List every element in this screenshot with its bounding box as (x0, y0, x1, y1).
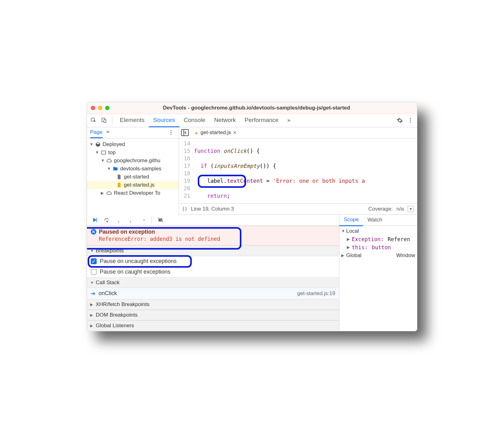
navigator-kebab-icon[interactable] (166, 128, 176, 137)
svg-rect-9 (101, 151, 106, 154)
divider (151, 216, 152, 224)
deployed-cube-icon (95, 142, 101, 147)
tree-top[interactable]: top (87, 148, 179, 157)
scope-this[interactable]: this: button (341, 243, 415, 251)
expand-icon[interactable] (347, 245, 351, 250)
settings-gear-icon[interactable] (395, 116, 405, 125)
window-title: DevTools - googlechrome.github.io/devtoo… (112, 105, 401, 111)
tabs-overflow-icon[interactable]: » (283, 114, 295, 127)
tab-network[interactable]: Network (210, 114, 240, 127)
line-number: 14 (179, 140, 190, 147)
panel-tabs: Elements Sources Console Network Perform… (115, 114, 295, 127)
expand-icon[interactable] (90, 249, 94, 253)
editor-statusbar: {} Line 19, Column 3 Coverage: n/a ▼ (179, 203, 417, 215)
expand-icon[interactable] (341, 253, 345, 258)
section-xhr[interactable]: XHR/fetch Breakpoints (87, 299, 339, 310)
section-label: Global Listeners (96, 323, 134, 329)
section-breakpoints[interactable]: Breakpoints (87, 246, 339, 256)
checkbox-pause-caught[interactable] (91, 269, 97, 275)
expand-icon[interactable] (90, 324, 94, 328)
paused-title: Paused on exception (99, 229, 155, 235)
step-button[interactable] (138, 215, 147, 225)
file-tree: Deployed top googlechrome.githu devtools… (87, 139, 179, 199)
line-number: 21 (179, 192, 190, 200)
step-into-button[interactable] (114, 215, 123, 225)
scope-exception[interactable]: Exception: Referen (341, 235, 415, 243)
scope-value: button (372, 244, 391, 251)
inspect-element-icon[interactable] (89, 116, 98, 125)
expand-icon[interactable] (341, 229, 345, 233)
tab-elements[interactable]: Elements (115, 114, 149, 127)
pause-caught-row[interactable]: Pause on caught exceptions (87, 267, 339, 277)
navigator-tab-overflow[interactable]: » (106, 129, 109, 137)
section-label: XHR/fetch Breakpoints (96, 301, 149, 308)
section-callstack[interactable]: Call Stack (87, 277, 339, 288)
expand-icon[interactable] (90, 302, 94, 307)
file-tab-getstarted[interactable]: ▲ get-started.js × (191, 127, 240, 139)
tree-file-html[interactable]: get-started (87, 173, 179, 181)
line-number: 20 (179, 185, 190, 192)
traffic-light-zoom[interactable] (105, 106, 109, 110)
checkbox-pause-uncaught[interactable]: ✓ (91, 258, 97, 264)
code-editor[interactable]: 14 15 16 17 18 19 20 21 function onClick… (179, 139, 417, 203)
svg-point-3 (410, 118, 411, 119)
code-lines: function onClick() { if (inputsAreEmpty(… (194, 140, 417, 203)
debugger-left: ✕ Paused on exception ReferenceError: ad… (87, 215, 339, 331)
navigator-tab-page[interactable]: Page (90, 129, 103, 138)
expand-icon[interactable] (107, 166, 111, 171)
kebab-menu-icon[interactable] (406, 116, 415, 125)
expand-icon[interactable] (101, 191, 104, 195)
expand-icon[interactable] (90, 280, 94, 285)
coverage-dropdown-icon[interactable]: ▼ (408, 206, 414, 212)
scope-global[interactable]: Global Window (341, 251, 415, 260)
expand-icon[interactable] (90, 313, 94, 317)
checkbox-label: Pause on uncaught exceptions (100, 258, 177, 265)
scope-body: Local Exception: Referen this: button Gl… (339, 226, 417, 261)
main-split: Page » Deployed top (87, 127, 417, 215)
pretty-print-icon[interactable]: {} (182, 206, 187, 212)
tree-label: get-started.js (124, 182, 154, 188)
debug-toolbar (87, 215, 339, 226)
tree-folder[interactable]: devtools-samples (87, 165, 179, 173)
debugger-pane: ✕ Paused on exception ReferenceError: ad… (87, 215, 417, 331)
tree-file-js[interactable]: get-started.js (87, 181, 179, 189)
tab-watch[interactable]: Watch (363, 214, 387, 226)
svg-point-14 (118, 221, 119, 222)
pause-uncaught-row[interactable]: ✓ Pause on uncaught exceptions (87, 256, 339, 267)
deactivate-breakpoints-button[interactable] (156, 215, 165, 225)
step-out-button[interactable] (126, 215, 135, 225)
close-icon[interactable]: × (233, 129, 236, 136)
traffic-light-minimize[interactable] (98, 106, 102, 110)
show-navigator-icon[interactable] (180, 128, 190, 137)
gutter: 14 15 16 17 18 19 20 21 (179, 140, 193, 203)
tree-deployed[interactable]: Deployed (87, 140, 179, 148)
svg-rect-2 (104, 119, 106, 123)
resume-button[interactable] (90, 215, 99, 225)
expand-icon[interactable] (101, 158, 104, 163)
tab-scope[interactable]: Scope (339, 214, 363, 226)
tree-domain[interactable]: googlechrome.githu (87, 157, 179, 165)
tab-performance[interactable]: Performance (240, 114, 283, 127)
tree-label: React Developer To (114, 190, 160, 196)
tree-extension[interactable]: React Developer To (87, 189, 179, 197)
cloud-icon (106, 158, 112, 163)
tab-sources[interactable]: Sources (149, 114, 179, 127)
section-dom-bp[interactable]: DOM Breakpoints (87, 310, 339, 320)
step-over-button[interactable] (102, 215, 111, 225)
scope-value: Referen (388, 236, 410, 242)
expand-icon[interactable] (95, 150, 99, 155)
device-toggle-icon[interactable] (99, 116, 109, 125)
traffic-light-close[interactable] (91, 106, 95, 110)
expand-icon[interactable] (347, 237, 351, 241)
section-global-listeners[interactable]: Global Listeners (87, 320, 339, 331)
callstack-frame[interactable]: ➔ onClick get-started.js:19 (87, 288, 339, 299)
section-label: DOM Breakpoints (96, 312, 138, 318)
scope-local[interactable]: Local (341, 227, 415, 235)
tab-console[interactable]: Console (179, 114, 210, 127)
expand-icon[interactable] (90, 142, 93, 147)
tree-label: Deployed (103, 141, 125, 148)
scope-key: this (352, 244, 365, 251)
titlebar: DevTools - googlechrome.github.io/devtoo… (87, 102, 417, 114)
line-number: 18 (179, 170, 190, 177)
current-frame-icon: ➔ (91, 290, 95, 297)
